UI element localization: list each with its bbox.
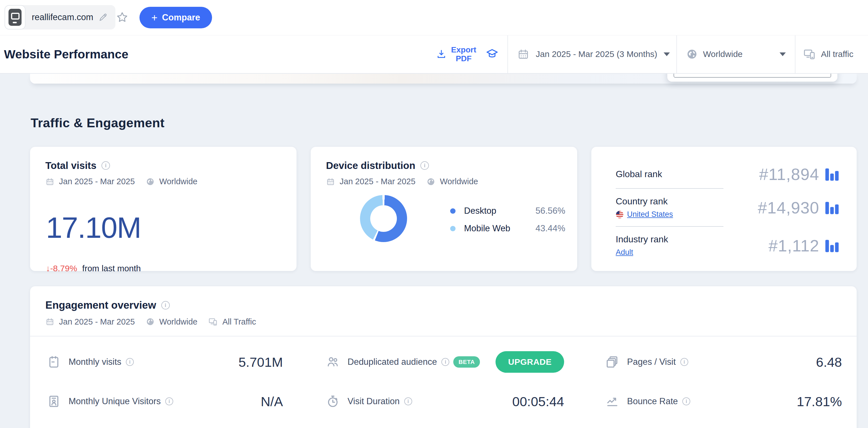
device-donut[interactable]	[360, 195, 407, 242]
metric-monthly-visits: Monthly visits i 5.701M	[47, 346, 283, 377]
card-date-range: Jan 2025 - Mar 2025	[59, 317, 135, 327]
total-visits-value: 17.10M	[46, 211, 141, 245]
card-title: Engagement overview	[45, 299, 156, 311]
country-link[interactable]: United States	[627, 210, 673, 219]
change-value: ↓-8.79%	[46, 264, 77, 273]
site-favicon-box	[4, 5, 26, 29]
rank-card: Global rank #11,894 Country rank United …	[591, 147, 857, 271]
mobile-dot-icon	[450, 226, 456, 231]
industry-link[interactable]: Adult	[616, 248, 633, 257]
card-title: Total visits	[45, 160, 96, 171]
legend-item-desktop: Desktop 56.56%	[450, 206, 565, 216]
info-icon[interactable]: i	[126, 358, 134, 366]
info-icon[interactable]: i	[682, 397, 690, 405]
bounce-rate-value: 17.81%	[797, 394, 842, 409]
globe-icon	[146, 177, 155, 186]
metric-pages-per-visit: Pages / Visit i 6.48	[606, 346, 842, 377]
info-icon[interactable]: i	[680, 358, 688, 366]
industry-rank-label: Industry rank	[616, 234, 668, 245]
global-rank-value: #11,894	[759, 165, 819, 184]
pages-per-visit-value: 6.48	[816, 354, 842, 370]
devices-icon	[208, 317, 218, 327]
country-rank-row: Country rank United States #14,930	[616, 192, 840, 223]
rank-bars-icon	[824, 238, 840, 253]
divider	[616, 226, 723, 227]
traffic-selector[interactable]: All traffic	[795, 35, 868, 73]
site-favicon-icon	[8, 9, 22, 26]
engagement-overview-card: Engagement overview i Jan 2025 - Mar 202…	[30, 286, 857, 428]
calendar-icon	[326, 177, 335, 186]
page-header: Website Performance Export PDF	[0, 35, 868, 74]
card-title: Device distribution	[326, 160, 415, 171]
header-toolbar: Export PDF Jan 2025 - Mar 2025 (3 Months…	[429, 35, 868, 73]
metric-deduplicated-audience: Deduplicated audience i BETA UPGRADE	[326, 346, 564, 377]
calendar-icon	[517, 48, 530, 60]
info-icon[interactable]: i	[165, 397, 173, 405]
unique-visitor-icon	[47, 395, 61, 408]
devices-icon	[803, 48, 816, 61]
upgrade-button[interactable]: UPGRADE	[496, 351, 564, 373]
globe-icon	[686, 48, 698, 60]
card-geo: Worldwide	[440, 177, 478, 186]
geo-value: Worldwide	[703, 49, 743, 59]
global-rank-row: Global rank #11,894	[616, 160, 840, 188]
industry-rank-row: Industry rank Adult #1,112	[616, 230, 840, 261]
favorite-star-icon[interactable]	[116, 11, 129, 24]
export-pdf-button[interactable]: Export PDF	[429, 35, 483, 73]
section-title: Traffic & Engagement	[31, 116, 165, 130]
info-icon[interactable]: i	[101, 161, 110, 170]
monthly-unique-visitors-value: N/A	[261, 394, 283, 409]
card-date-range: Jan 2025 - Mar 2025	[340, 177, 415, 186]
country-rank-value: #14,930	[758, 198, 819, 217]
monthly-visits-value: 5.701M	[239, 354, 283, 370]
calendar-icon	[45, 317, 55, 326]
page-title: Website Performance	[4, 47, 128, 61]
site-tab[interactable]: reallifecam.com	[4, 5, 115, 29]
us-flag-icon	[616, 211, 624, 218]
device-legend: Desktop 56.56% Mobile Web 43.44%	[450, 206, 565, 234]
metric-visit-duration: Visit Duration i 00:05:44	[326, 386, 564, 417]
date-range-selector[interactable]: Jan 2025 - Mar 2025 (3 Months)	[507, 35, 676, 73]
divider	[616, 188, 723, 189]
site-name: reallifecam.com	[32, 12, 93, 22]
info-icon[interactable]: i	[441, 358, 449, 366]
desktop-dot-icon	[450, 208, 456, 214]
info-icon[interactable]: i	[404, 397, 412, 405]
global-rank-label: Global rank	[616, 169, 662, 179]
top-bar: reallifecam.com + Compare	[0, 0, 868, 35]
website-performance-page: reallifecam.com + Compare Website Perfor…	[0, 0, 868, 428]
info-icon[interactable]: i	[421, 161, 429, 170]
metric-bounce-rate: Bounce Rate i 17.81%	[606, 386, 842, 417]
metric-monthly-unique-visitors: Monthly Unique Visitors i N/A	[47, 386, 283, 417]
divider	[30, 336, 857, 336]
date-range-value: Jan 2025 - Mar 2025 (3 Months)	[536, 49, 657, 59]
card-date-range: Jan 2025 - Mar 2025	[59, 177, 135, 186]
academy-button[interactable]	[483, 35, 507, 73]
country-rank-label: Country rank	[616, 196, 673, 207]
people-icon	[326, 355, 340, 369]
monthly-visits-icon	[47, 355, 61, 369]
beta-badge: BETA	[453, 356, 480, 368]
graduation-cap-icon	[485, 47, 499, 61]
pages-icon	[606, 355, 619, 369]
stopwatch-icon	[326, 395, 340, 408]
rank-bars-icon	[824, 200, 840, 215]
card-geo: Worldwide	[159, 177, 197, 186]
industry-rank-value: #1,112	[769, 236, 819, 255]
plus-icon: +	[151, 12, 158, 23]
bounce-rate-icon	[606, 395, 619, 408]
globe-icon	[426, 177, 435, 186]
total-visits-card: Total visits i Jan 2025 - Mar 2025 World…	[30, 147, 297, 271]
device-distribution-card: Device distribution i Jan 2025 - Mar 202…	[311, 147, 577, 271]
edit-site-icon[interactable]	[98, 12, 108, 22]
change-note: from last month	[82, 264, 141, 273]
export-pdf-label: Export PDF	[451, 45, 476, 63]
download-icon	[436, 49, 447, 60]
geo-selector[interactable]: Worldwide	[676, 35, 795, 73]
traffic-value: All traffic	[821, 49, 853, 59]
compare-button[interactable]: + Compare	[140, 7, 212, 28]
card-traffic: All Traffic	[222, 317, 256, 327]
rank-bars-icon	[824, 166, 840, 182]
info-icon[interactable]: i	[161, 301, 170, 309]
chevron-down-icon	[663, 53, 670, 56]
